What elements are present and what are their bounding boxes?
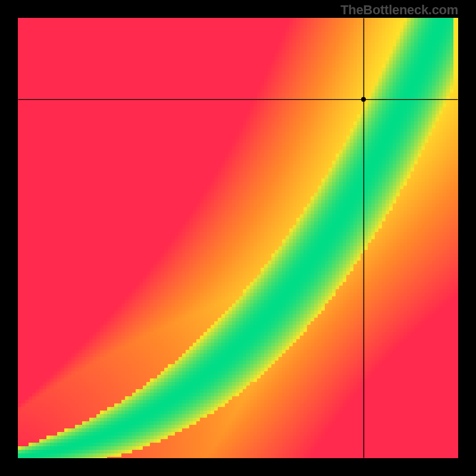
- chart-frame: TheBottleneck.com: [0, 0, 476, 476]
- bottleneck-heatmap: [18, 18, 458, 458]
- watermark-text: TheBottleneck.com: [340, 2, 458, 18]
- plot-area: [18, 18, 458, 458]
